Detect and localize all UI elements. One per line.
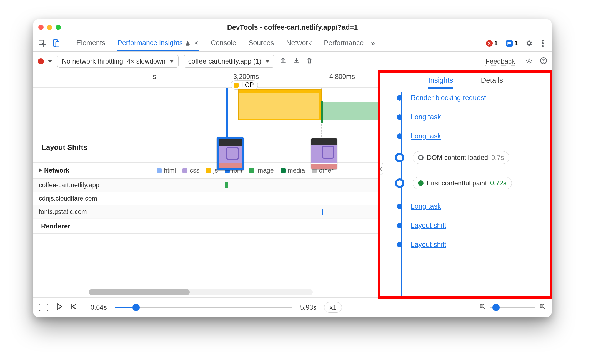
flask-icon bbox=[185, 40, 191, 46]
tab-performance[interactable]: Performance bbox=[323, 35, 364, 51]
cls-bar[interactable] bbox=[321, 102, 379, 120]
insights-toolbar: No network throttling, 4× slowdown coffe… bbox=[33, 52, 552, 71]
import-icon[interactable] bbox=[293, 57, 300, 66]
metric-dot-icon bbox=[418, 155, 424, 160]
insight-link[interactable]: Render blocking request bbox=[411, 94, 486, 102]
message-badge[interactable]: 1 bbox=[504, 39, 520, 47]
scrollbar-thumb[interactable] bbox=[89, 289, 190, 295]
message-count: 1 bbox=[514, 40, 518, 47]
timeline-item[interactable]: Layout shift bbox=[397, 241, 546, 249]
play-icon[interactable] bbox=[56, 303, 62, 312]
metric-pill[interactable]: DOM content loaded0.7s bbox=[413, 151, 509, 164]
zoom-out-icon[interactable] bbox=[479, 303, 486, 312]
settings-icon[interactable] bbox=[524, 38, 534, 48]
playback-slider[interactable] bbox=[115, 307, 292, 308]
network-rows: coffee-cart.netlify.app cdnjs.cloudflare… bbox=[33, 179, 379, 219]
cls-marker bbox=[321, 101, 323, 123]
insights-timeline[interactable]: Render blocking requestLong taskLong tas… bbox=[380, 89, 552, 297]
timeline-ring-icon bbox=[395, 178, 404, 188]
speed-pill[interactable]: x1 bbox=[324, 302, 342, 313]
record-button-icon[interactable] bbox=[38, 58, 44, 64]
filmstrip-thumb[interactable] bbox=[311, 138, 337, 169]
minimize-window-icon[interactable] bbox=[47, 25, 52, 30]
delete-icon[interactable] bbox=[306, 57, 313, 66]
rewind-icon[interactable] bbox=[70, 303, 77, 312]
record-menu-caret-icon[interactable] bbox=[48, 60, 52, 63]
chevron-down-icon bbox=[265, 60, 270, 63]
swatch-icon bbox=[182, 168, 187, 173]
zoom-window-icon[interactable] bbox=[56, 25, 61, 30]
tab-details[interactable]: Details bbox=[481, 76, 503, 89]
insight-link[interactable]: Long task bbox=[411, 132, 441, 140]
more-tabs-icon[interactable]: » bbox=[368, 38, 378, 48]
disclosure-triangle-icon bbox=[39, 168, 42, 173]
inspect-element-icon[interactable] bbox=[37, 38, 47, 48]
timeline-item[interactable]: Long task bbox=[397, 132, 546, 140]
help-icon[interactable] bbox=[540, 57, 547, 65]
timeline-item[interactable]: DOM content loaded0.7s bbox=[397, 151, 546, 164]
svg-point-4 bbox=[542, 42, 544, 44]
chevron-down-icon bbox=[169, 60, 174, 63]
window-titlebar: DevTools - coffee-cart.netlify.app/?ad=1 bbox=[33, 19, 552, 35]
page-select[interactable]: coffee-cart.netlify.app (1) bbox=[184, 55, 274, 68]
network-row[interactable]: coffee-cart.netlify.app bbox=[33, 179, 379, 192]
error-badge[interactable]: ✕ 1 bbox=[484, 39, 500, 47]
slider-knob[interactable] bbox=[492, 304, 500, 311]
timeline-item[interactable]: Layout shift bbox=[397, 221, 546, 229]
slider-knob[interactable] bbox=[132, 304, 140, 311]
ruler-tick: 4,800ms bbox=[329, 73, 355, 80]
tab-network[interactable]: Network bbox=[286, 35, 312, 51]
zoom-slider[interactable] bbox=[490, 307, 535, 308]
separator bbox=[67, 38, 67, 48]
error-icon: ✕ bbox=[486, 40, 493, 47]
timeline-panel: s 3,200ms 4,800ms LCP Layout Shifts bbox=[33, 71, 379, 297]
tab-elements[interactable]: Elements bbox=[76, 35, 106, 51]
metric-dot-icon bbox=[418, 180, 424, 186]
time-ruler[interactable]: s 3,200ms 4,800ms LCP bbox=[33, 71, 379, 88]
tab-insights[interactable]: Insights bbox=[428, 76, 453, 89]
zoom-in-icon[interactable] bbox=[539, 303, 546, 312]
error-count: 1 bbox=[494, 40, 498, 47]
network-row[interactable]: cdnjs.cloudflare.com bbox=[33, 192, 379, 205]
renderer-header[interactable]: Renderer bbox=[33, 219, 379, 234]
kebab-menu-icon[interactable] bbox=[538, 38, 548, 48]
toggle-visibility-icon[interactable] bbox=[39, 304, 48, 311]
network-header[interactable]: Network bbox=[39, 167, 150, 174]
legend-item: image bbox=[249, 167, 274, 174]
close-window-icon[interactable] bbox=[38, 25, 44, 30]
timeline-item[interactable]: Render blocking request bbox=[397, 94, 546, 102]
playback-footer: 0.64s 5.93s x1 bbox=[33, 297, 552, 317]
timeline-item[interactable]: First contentful paint0.72s bbox=[397, 177, 546, 189]
swatch-icon bbox=[281, 168, 286, 173]
export-icon[interactable] bbox=[279, 57, 287, 66]
window-title: DevTools - coffee-cart.netlify.app/?ad=1 bbox=[33, 23, 552, 31]
feedback-link[interactable]: Feedback bbox=[486, 57, 515, 65]
device-toolbar-icon[interactable] bbox=[51, 38, 61, 48]
insight-link[interactable]: Long task bbox=[411, 113, 441, 121]
horizontal-scrollbar[interactable] bbox=[89, 289, 313, 295]
insights-sidebar: ❮ Insights Details Render blocking reque… bbox=[379, 71, 552, 297]
insight-link[interactable]: Long task bbox=[411, 202, 441, 210]
insight-link[interactable]: Layout shift bbox=[411, 221, 446, 229]
flame-chart[interactable]: Layout Shifts bbox=[33, 88, 379, 163]
zoom-controls bbox=[479, 303, 546, 312]
tab-label: Performance insights bbox=[117, 39, 183, 47]
tab-sources[interactable]: Sources bbox=[248, 35, 275, 51]
panel-settings-icon[interactable] bbox=[525, 57, 533, 65]
throttling-select[interactable]: No network throttling, 4× slowdown bbox=[57, 55, 179, 68]
tab-performance-insights[interactable]: Performance insights ✕ bbox=[117, 35, 199, 51]
timeline-item[interactable]: Long task bbox=[397, 113, 546, 121]
tab-console[interactable]: Console bbox=[210, 35, 237, 51]
swatch-icon bbox=[157, 168, 162, 173]
gridline bbox=[157, 88, 157, 162]
close-tab-icon[interactable]: ✕ bbox=[194, 40, 199, 46]
insight-link[interactable]: Layout shift bbox=[411, 241, 446, 249]
filmstrip-thumb-selected[interactable] bbox=[217, 137, 244, 170]
timeline-item[interactable]: Long task bbox=[397, 202, 546, 210]
metric-pill[interactable]: First contentful paint0.72s bbox=[413, 177, 512, 189]
legend-item: html bbox=[157, 167, 176, 174]
timeline-dot-icon bbox=[397, 223, 402, 228]
svg-point-5 bbox=[542, 45, 544, 47]
lcp-bar-inner bbox=[239, 93, 319, 119]
network-row[interactable]: fonts.gstatic.com bbox=[33, 205, 379, 219]
